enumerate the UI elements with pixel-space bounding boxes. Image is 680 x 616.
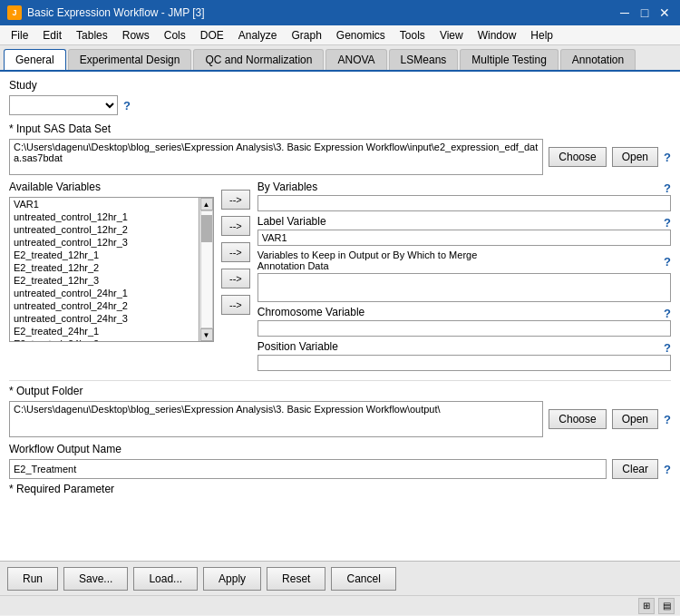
list-item[interactable]: untreated_control_12hr_2 [10,223,199,236]
status-icon-1[interactable]: ⊞ [638,598,655,614]
menu-graph[interactable]: Graph [284,27,328,44]
label-var-arrow-btn[interactable]: --> [221,216,250,236]
study-help[interactable]: ? [123,99,131,112]
label-var-header-row: Label Variable ? [257,215,671,230]
keep-vars-arrow-btn[interactable]: --> [221,242,250,262]
list-item[interactable]: VAR1 [10,198,199,210]
input-sas-open-button[interactable]: Open [612,147,658,167]
maximize-button[interactable]: □ [636,5,653,21]
keep-vars-help[interactable]: ? [664,255,671,269]
menu-file[interactable]: File [4,27,35,44]
label-var-help[interactable]: ? [664,216,671,230]
title-bar: J Basic Expression Workflow - JMP [3] ─ … [0,0,680,25]
list-item[interactable]: E2_treated_24hr_1 [10,325,199,337]
workflow-name-help[interactable]: ? [664,463,671,476]
avail-vars-list[interactable]: VAR1untreated_control_12hr_1untreated_co… [9,197,199,342]
keep-vars-arrow-group: --> [221,242,250,262]
tab-bar: General Experimental Design QC and Norma… [0,45,680,72]
main-content: Study ? Input SAS Data Set Choose Open ?… [0,72,680,561]
list-item[interactable]: untreated_control_12hr_1 [10,210,199,223]
chrom-var-label: Chromosome Variable [257,306,365,318]
study-row: ? [9,95,671,115]
input-sas-path[interactable] [9,139,543,175]
menu-analyze[interactable]: Analyze [231,27,285,44]
list-item[interactable]: untreated_control_24hr_1 [10,287,199,299]
scroll-down-btn[interactable]: ▼ [200,328,213,341]
input-sas-help[interactable]: ? [664,151,671,164]
minimize-button[interactable]: ─ [617,5,633,21]
cancel-button[interactable]: Cancel [331,567,395,591]
list-item[interactable]: E2_treated_12hr_2 [10,261,199,274]
arrow-section: --> --> --> --> --> [221,181,250,326]
workflow-clear-button[interactable]: Clear [612,459,658,479]
menu-edit[interactable]: Edit [35,27,69,44]
status-icon-2[interactable]: ▤ [658,598,675,614]
load-button[interactable]: Load... [133,567,198,591]
keep-vars-header-row: Variables to Keep in Output or By Which … [257,249,671,273]
menu-view[interactable]: View [432,27,471,44]
chrom-var-input[interactable] [257,320,671,337]
list-item[interactable]: E2_treated_24hr_2 [10,337,199,342]
scroll-up-btn[interactable]: ▲ [200,198,213,210]
input-sas-label: Input SAS Data Set [9,122,671,135]
output-folder-choose-button[interactable]: Choose [549,409,606,429]
chrom-var-help[interactable]: ? [664,307,671,320]
vars-scrollbar[interactable]: ▲ ▼ [199,197,214,342]
by-vars-label: By Variables [257,181,317,193]
menu-window[interactable]: Window [471,27,524,44]
by-vars-input[interactable] [257,195,671,211]
title-bar-left: J Basic Expression Workflow - JMP [3] [7,5,205,20]
tab-anova[interactable]: ANOVA [325,49,386,70]
workflow-name-input[interactable] [9,459,607,479]
workflow-output-label: Workflow Output Name [9,443,671,455]
input-sas-choose-button[interactable]: Choose [549,147,606,167]
menu-doe[interactable]: DOE [193,27,231,44]
title-bar-controls: ─ □ ✕ [617,5,673,21]
chrom-var-header-row: Chromosome Variable ? [257,306,671,320]
by-vars-help[interactable]: ? [664,181,671,195]
avail-vars-panel: Available Variables VAR1untreated_contro… [9,181,214,375]
output-folder-help[interactable]: ? [664,413,671,426]
tab-annotation[interactable]: Annotation [560,49,636,70]
close-button[interactable]: ✕ [656,5,673,21]
tab-qc-normalization[interactable]: QC and Normalization [193,49,324,70]
study-select[interactable] [9,95,118,115]
tab-lsmeans[interactable]: LSMeans [389,49,459,70]
app-icon: J [7,5,22,20]
label-var-input[interactable] [257,230,671,246]
label-var-arrow-group: --> [221,216,250,236]
label-var-section: Label Variable ? [257,215,671,246]
keep-vars-input[interactable] [257,273,671,302]
list-item[interactable]: untreated_control_12hr_3 [10,236,199,249]
output-folder-row: Choose Open ? [9,401,671,437]
apply-button[interactable]: Apply [203,567,261,591]
tab-multiple-testing[interactable]: Multiple Testing [460,49,559,70]
output-folder-open-button[interactable]: Open [612,409,658,429]
by-vars-arrow-btn[interactable]: --> [221,190,250,210]
tab-general[interactable]: General [4,49,66,70]
keep-vars-section: Variables to Keep in Output or By Which … [257,249,671,302]
chrom-var-arrow-btn[interactable]: --> [221,269,250,288]
run-button[interactable]: Run [7,567,58,591]
reset-button[interactable]: Reset [267,567,325,591]
required-param-note: * Required Parameter [9,483,671,495]
menu-genomics[interactable]: Genomics [329,27,393,44]
avail-vars-label: Available Variables [9,181,214,193]
tab-experimental-design[interactable]: Experimental Design [68,49,192,70]
pos-var-arrow-btn[interactable]: --> [221,295,250,315]
output-folder-path[interactable] [9,401,543,437]
menu-cols[interactable]: Cols [157,27,193,44]
menu-rows[interactable]: Rows [115,27,157,44]
pos-var-input[interactable] [257,355,671,371]
list-item[interactable]: untreated_control_24hr_2 [10,299,199,312]
menu-tools[interactable]: Tools [393,27,432,44]
chrom-var-section: Chromosome Variable ? [257,306,671,337]
save-button[interactable]: Save... [63,567,128,591]
scroll-track[interactable] [200,210,213,328]
list-item[interactable]: E2_treated_12hr_1 [10,249,199,261]
menu-tables[interactable]: Tables [69,27,115,44]
pos-var-help[interactable]: ? [664,341,671,355]
list-item[interactable]: untreated_control_24hr_3 [10,312,199,325]
menu-help[interactable]: Help [523,27,560,44]
list-item[interactable]: E2_treated_12hr_3 [10,274,199,287]
